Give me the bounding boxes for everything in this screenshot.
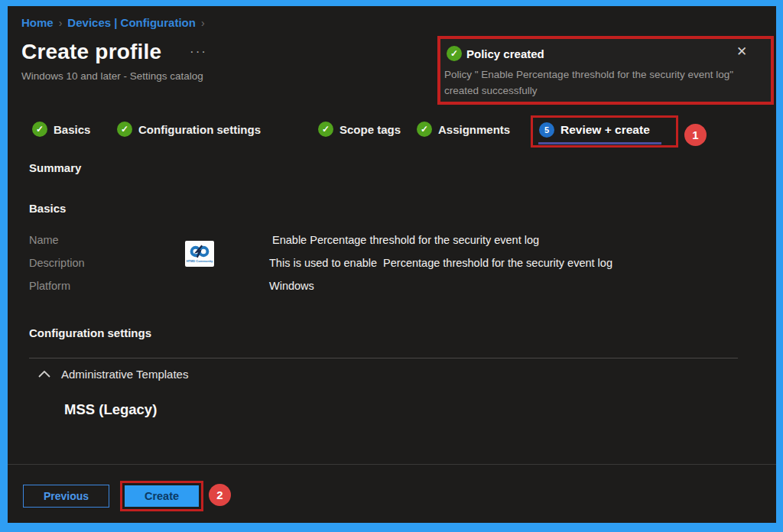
previous-button[interactable]: Previous xyxy=(23,485,109,508)
tab-label: Review + create xyxy=(560,123,650,137)
close-icon[interactable]: ✕ xyxy=(736,44,747,60)
check-icon: ✓ xyxy=(318,122,333,137)
annotation-callout-1: 1 xyxy=(684,124,707,146)
summary-heading: Summary xyxy=(29,161,81,174)
mss-legacy-item: MSS (Legacy) xyxy=(64,401,157,418)
tab-assignments[interactable]: ✓ Assignments xyxy=(417,122,510,137)
tab-label: Basics xyxy=(54,123,90,136)
configuration-settings-heading: Configuration settings xyxy=(29,326,151,339)
breadcrumb-devices-configuration[interactable]: Devices | Configuration xyxy=(67,16,196,29)
breadcrumb-separator: › xyxy=(196,17,210,29)
administrative-templates-group[interactable]: Administrative Templates xyxy=(38,368,188,381)
screenshot-border-frame: Home›Devices | Configuration› Create pro… xyxy=(0,0,783,532)
htmd-community-logo: HTMD Community xyxy=(185,241,214,267)
tab-scope-tags[interactable]: ✓ Scope tags xyxy=(318,122,401,137)
platform-value: Windows xyxy=(269,280,314,292)
htmd-logo-text: HTMD Community xyxy=(187,259,213,263)
success-check-icon: ✓ xyxy=(447,46,462,61)
group-label: Administrative Templates xyxy=(61,368,188,381)
page-title: Create profile xyxy=(21,40,161,64)
toast-message: Policy " Enable Percentage threshold for… xyxy=(444,66,753,99)
step-number-badge: 5 xyxy=(539,122,554,138)
more-options-icon[interactable]: ··· xyxy=(190,44,207,60)
name-label: Name xyxy=(29,234,59,246)
tab-label: Assignments xyxy=(438,123,510,136)
chevron-up-icon xyxy=(38,371,50,378)
tab-label: Scope tags xyxy=(340,123,401,136)
name-value: Enable Percentage threshold for the secu… xyxy=(269,234,539,246)
check-icon: ✓ xyxy=(32,122,47,137)
tab-review-create[interactable]: 5 Review + create xyxy=(539,122,650,138)
page-subtitle: Windows 10 and later - Settings catalog xyxy=(21,70,203,82)
breadcrumb: Home›Devices | Configuration› xyxy=(21,16,210,29)
check-icon: ✓ xyxy=(417,122,432,137)
basics-heading: Basics xyxy=(29,202,66,215)
breadcrumb-separator: › xyxy=(54,17,68,29)
divider xyxy=(29,358,738,358)
breadcrumb-home[interactable]: Home xyxy=(21,16,54,29)
check-icon: ✓ xyxy=(117,122,132,137)
platform-label: Platform xyxy=(29,280,70,292)
create-button[interactable]: Create xyxy=(125,485,199,507)
tab-configuration-settings[interactable]: ✓ Configuration settings xyxy=(117,122,261,137)
tab-label: Configuration settings xyxy=(138,123,261,136)
description-label: Description xyxy=(29,257,85,269)
tab-basics[interactable]: ✓ Basics xyxy=(32,122,90,137)
active-tab-underline xyxy=(538,142,661,144)
htmd-logo-icon xyxy=(190,245,210,258)
divider xyxy=(8,464,776,465)
annotation-callout-2: 2 xyxy=(209,484,231,506)
description-value: This is used to enable Percentage thresh… xyxy=(269,257,612,269)
toast-title: Policy created xyxy=(466,47,544,60)
